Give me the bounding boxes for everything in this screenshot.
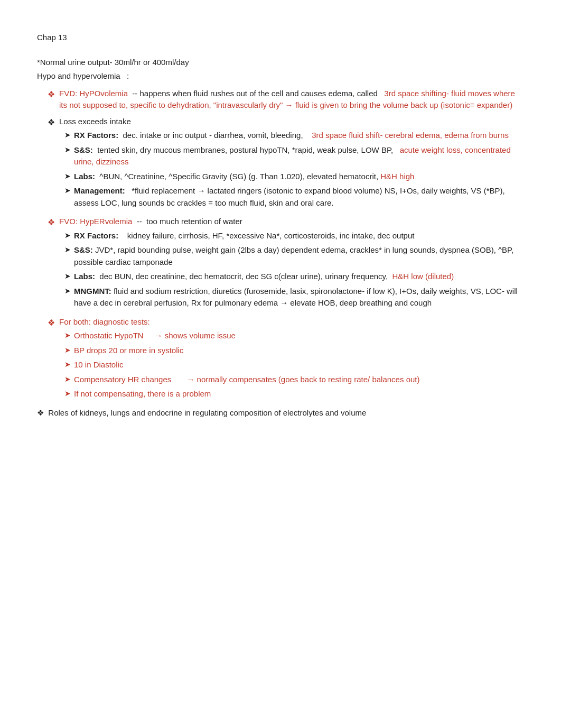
fvo-ss-content: S&S: JVD*, rapid bounding pulse, weight … — [74, 244, 524, 268]
normal-urine-text: *Normal urine output- 30ml/hr or 400ml/d… — [37, 57, 524, 69]
arrow-icon: ➤ — [64, 388, 71, 399]
fvo-mngmnt-label: MNGMNT: — [74, 287, 111, 296]
fvo-labs: ➤ Labs: dec BUN, dec creatinine, dec hem… — [64, 271, 524, 283]
both-comp-content: Compensatory HR changes → normally compe… — [74, 374, 524, 386]
loss-content: Loss exceeds intake ➤ RX Factors: dec. i… — [59, 116, 524, 212]
fvo-text1: -- too much retention of water — [132, 217, 242, 226]
arrow-icon: ➤ — [64, 130, 71, 141]
list-item-fvo: ❖ FVO: HypERvolemia -- too much retentio… — [48, 216, 524, 312]
arrow-icon: ➤ — [64, 345, 71, 356]
both-diastolic: ➤ 10 in Diastolic — [64, 359, 524, 371]
loss-sub-list: ➤ RX Factors: dec. intake or inc output … — [59, 130, 524, 209]
mgmt-label: Management: — [74, 186, 125, 195]
labs-label: Labs: — [74, 172, 95, 181]
loss-mgmt-content: Management: *fluid replacement → lactate… — [74, 185, 524, 209]
both-not-compensating: ➤ If not compensating, there is a proble… — [64, 388, 524, 400]
both-content: For both: diagnostic tests: ➤ Orthostati… — [59, 316, 524, 403]
arrow-icon: ➤ — [64, 271, 71, 282]
both-label: For both: diagnostic tests: — [59, 317, 150, 326]
arrow-icon: ➤ — [64, 185, 71, 196]
loss-rx: ➤ RX Factors: dec. intake or inc output … — [64, 130, 524, 142]
fvo-labs-content: Labs: dec BUN, dec creatinine, dec hemat… — [74, 271, 524, 283]
arrow-icon: ➤ — [64, 230, 71, 241]
loss-ss-content: S&S: tented skin, dry mucous membranes, … — [74, 144, 524, 168]
ss-label: S&S: — [74, 145, 93, 154]
bottom-text: ❖ Roles of kidneys, lungs and endocrine … — [37, 407, 524, 419]
both-not-comp-content: If not compensating, there is a problem — [74, 388, 524, 400]
loss-mgmt: ➤ Management: *fluid replacement → lacta… — [64, 185, 524, 209]
page-title: Chap 13 — [37, 32, 524, 44]
both-sub-list: ➤ Orthostatic HypoTN → shows volume issu… — [59, 330, 524, 400]
bottom-section: ❖ Roles of kidneys, lungs and endocrine … — [37, 407, 524, 419]
ss-pink: acute weight loss, concentrated urine, d… — [74, 145, 511, 167]
both-bp-systolic: ➤ BP drops 20 or more in systolic — [64, 345, 524, 357]
loss-label: Loss exceeds intake — [59, 117, 131, 126]
rx-pink: 3rd space fluid shift- cerebral edema, e… — [312, 131, 509, 140]
both-compensatory: ➤ Compensatory HR changes → normally com… — [64, 374, 524, 386]
arrow-icon: ➤ — [64, 285, 71, 297]
fvo-ss: ➤ S&S: JVD*, rapid bounding pulse, weigh… — [64, 244, 524, 268]
both-bp-sys-content: BP drops 20 or more in systolic — [74, 345, 524, 357]
loss-labs-content: Labs: ^BUN, ^Creatinine, ^Specific Gravi… — [74, 171, 524, 183]
bullet-fvo: ❖ — [48, 216, 55, 229]
hypo-hyper-text: Hypo and hypervolemia : — [37, 70, 524, 82]
both-diastolic-content: 10 in Diastolic — [74, 359, 524, 371]
fvo-labs-label: Labs: — [74, 272, 95, 281]
rx-label: RX Factors: — [74, 131, 118, 140]
arrow-icon: ➤ — [64, 171, 71, 182]
main-list: ❖ FVD: HyPOvolemia -- happens when fluid… — [37, 88, 524, 403]
loss-ss: ➤ S&S: tented skin, dry mucous membranes… — [64, 144, 524, 168]
arrow-icon: ➤ — [64, 330, 71, 341]
fvo-ss-label: S&S: — [74, 245, 93, 254]
fvo-content: FVO: HypERvolemia -- too much retention … — [59, 216, 524, 312]
both-orthostatic: ➤ Orthostatic HypoTN → shows volume issu… — [64, 330, 524, 342]
fvd-text1: -- happens when fluid rushes out of the … — [128, 89, 384, 98]
bullet-both: ❖ — [48, 317, 55, 329]
list-item-fvd: ❖ FVD: HyPOvolemia -- happens when fluid… — [48, 88, 524, 112]
fvo-rx: ➤ RX Factors: kidney failure, cirrhosis,… — [64, 230, 524, 242]
labs-pink: H&H high — [380, 172, 414, 181]
fvo-mngmnt-content: MNGMNT: fluid and sodium restriction, di… — [74, 285, 524, 309]
fvo-rx-content: RX Factors: kidney failure, cirrhosis, H… — [74, 230, 524, 242]
loss-rx-content: RX Factors: dec. intake or inc output - … — [74, 130, 524, 142]
fvo-labs-pink: H&H low (diluted) — [392, 272, 454, 281]
arrow-icon: ➤ — [64, 144, 71, 155]
fvo-sub-list: ➤ RX Factors: kidney failure, cirrhosis,… — [59, 230, 524, 309]
arrow-icon: ➤ — [64, 359, 71, 370]
arrow-icon: ➤ — [64, 374, 71, 385]
fvd-content: FVD: HyPOvolemia -- happens when fluid r… — [59, 88, 524, 112]
fvo-rx-label: RX Factors: — [74, 231, 118, 240]
fvd-label: FVD: HyPOvolemia — [59, 89, 128, 98]
loss-labs: ➤ Labs: ^BUN, ^Creatinine, ^Specific Gra… — [64, 171, 524, 183]
arrow-icon: ➤ — [64, 244, 71, 255]
bullet-fvd: ❖ — [48, 88, 55, 101]
fvo-mngmnt: ➤ MNGMNT: fluid and sodium restriction, … — [64, 285, 524, 309]
list-item-both: ❖ For both: diagnostic tests: ➤ Orthosta… — [48, 316, 524, 403]
fvo-label: FVO: HypERvolemia — [59, 217, 132, 226]
bullet-loss: ❖ — [48, 116, 55, 129]
both-ortho-content: Orthostatic HypoTN → shows volume issue — [74, 330, 524, 342]
list-item-loss: ❖ Loss exceeds intake ➤ RX Factors: dec.… — [48, 116, 524, 212]
